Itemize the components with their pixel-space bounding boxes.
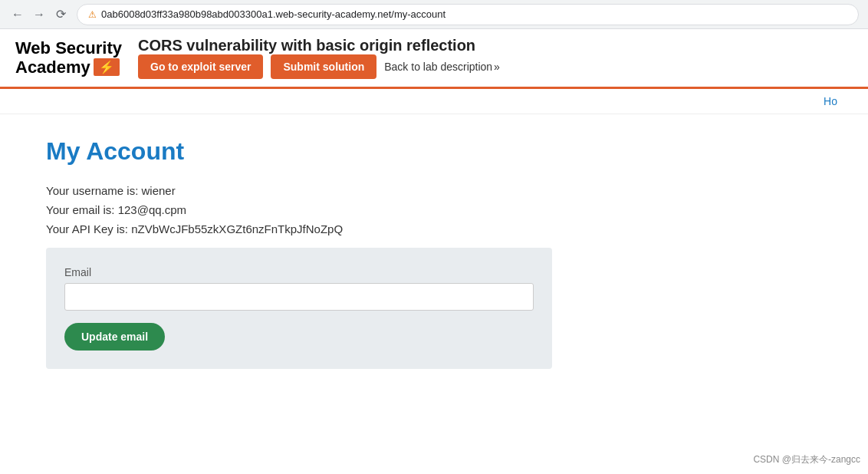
exploit-server-button[interactable]: Go to exploit server [138,54,263,79]
site-nav: Ho [0,89,868,114]
browser-chrome: ← → ⟳ ⚠ 0ab6008d03ff33a980b98abd003300a1… [0,0,868,29]
back-button[interactable]: ← [9,6,26,23]
email-label: Email [64,266,534,278]
lab-banner: Web Security Academy ⚡ CORS vulnerabilit… [0,29,868,89]
security-icon: ⚠ [88,9,97,20]
email-info: Your email is: 123@qq.cpm [46,203,822,216]
email-input[interactable] [64,283,534,311]
banner-actions: Go to exploit server Submit solution Bac… [138,54,853,79]
logo-line1: Web Security [15,39,122,58]
home-nav-link[interactable]: Ho [824,95,837,107]
update-email-button[interactable]: Update email [64,323,165,351]
username-info: Your username is: wiener [46,184,822,197]
academy-text: Academy ⚡ [15,58,120,77]
address-bar[interactable]: ⚠ 0ab6008d03ff33a980b98abd003300a1.web-s… [77,4,859,25]
url-text: 0ab6008d03ff33a980b98abd003300a1.web-sec… [101,8,446,20]
lightning-icon: ⚡ [94,58,120,77]
nav-buttons: ← → ⟳ [9,6,69,23]
main-content: My Account Your username is: wiener Your… [0,114,868,392]
back-to-lab-link[interactable]: Back to lab description » [384,61,500,73]
update-email-form: Email Update email [46,248,552,369]
forward-button[interactable]: → [31,6,48,23]
lab-title: CORS vulnerability with basic origin ref… [138,37,853,54]
submit-solution-button[interactable]: Submit solution [271,54,376,79]
api-key-info: Your API Key is: nZVbWcJFb55zkXGZt6nzFnT… [46,222,822,235]
reload-button[interactable]: ⟳ [52,6,69,23]
page-title: My Account [46,137,822,166]
logo-line2: Academy ⚡ [15,58,120,77]
logo-area: Web Security Academy ⚡ [15,39,123,76]
